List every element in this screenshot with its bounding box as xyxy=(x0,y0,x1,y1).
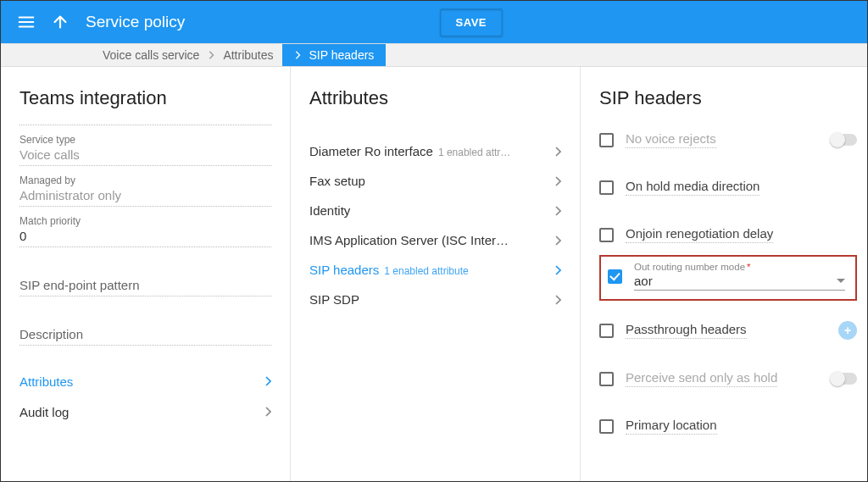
opt-label: No voice rejects xyxy=(626,131,716,148)
opt-on-hold-media: On hold media direction xyxy=(599,172,857,199)
chevron-right-icon xyxy=(264,376,271,386)
service-type-label: Service type xyxy=(19,134,271,146)
attr-sublabel: 1 enabled attr… xyxy=(438,147,510,158)
up-icon[interactable] xyxy=(43,5,77,39)
match-priority-label: Match priority xyxy=(19,215,271,227)
attr-sip-headers[interactable]: SIP headers1 enabled attribute xyxy=(309,255,561,285)
out-routing-select[interactable]: aor xyxy=(634,272,845,291)
breadcrumb-label: SIP headers xyxy=(309,48,375,62)
breadcrumb-label: Voice calls service xyxy=(103,48,199,62)
opt-primary-location: Primary location xyxy=(599,411,857,438)
opt-no-voice-rejects: No voice rejects xyxy=(599,125,857,152)
attr-label: Diameter Ro interface xyxy=(309,144,433,158)
managed-by-value: Administrator only xyxy=(19,188,271,202)
out-routing-label: Out routing number mode* xyxy=(634,262,845,272)
chevron-right-icon xyxy=(554,147,561,157)
opt-label: Onjoin renegotiation delay xyxy=(626,226,773,243)
chevron-right-icon xyxy=(554,206,561,216)
endpoint-label: SIP end-point pattern xyxy=(19,278,140,292)
checkbox[interactable] xyxy=(599,419,614,434)
checkbox[interactable] xyxy=(608,269,622,284)
toggle[interactable] xyxy=(832,134,857,146)
save-button[interactable]: SAVE xyxy=(440,8,503,36)
breadcrumb: Voice calls service Attributes SIP heade… xyxy=(1,43,867,67)
chevron-right-icon xyxy=(554,295,561,305)
checkbox[interactable] xyxy=(599,133,614,147)
chevron-right-icon xyxy=(554,176,561,186)
attr-fax-setup[interactable]: Fax setup xyxy=(309,166,561,196)
nav-label: Attributes xyxy=(19,374,73,389)
nav-label: Audit log xyxy=(19,405,69,419)
chevron-down-icon xyxy=(837,279,845,283)
attr-label: IMS Application Server (ISC Inter… xyxy=(309,233,509,247)
attr-sublabel: 1 enabled attribute xyxy=(384,265,468,277)
attr-sip-sdp[interactable]: SIP SDP xyxy=(309,285,561,314)
chevron-right-icon xyxy=(208,48,214,62)
select-value: aor xyxy=(634,274,653,288)
breadcrumb-attributes[interactable]: Attributes xyxy=(214,44,281,66)
description-label: Description xyxy=(19,327,83,341)
breadcrumb-voice-calls[interactable]: Voice calls service xyxy=(94,44,208,66)
attr-label: Identity xyxy=(309,203,350,218)
attr-diameter-ro[interactable]: Diameter Ro interface1 enabled attr… xyxy=(309,136,561,166)
attributes-heading: Attributes xyxy=(309,87,561,109)
toggle[interactable] xyxy=(832,373,857,385)
chevron-right-icon xyxy=(264,407,271,417)
menu-icon[interactable] xyxy=(9,5,43,39)
checkbox[interactable] xyxy=(599,324,614,338)
chevron-right-icon xyxy=(554,265,561,275)
opt-perceive-hold: Perceive send only as hold xyxy=(599,363,857,391)
nav-audit-log[interactable]: Audit log xyxy=(19,396,271,427)
match-priority-value: 0 xyxy=(19,229,271,243)
chevron-right-icon xyxy=(294,48,301,62)
attr-label: Fax setup xyxy=(309,174,365,188)
attr-identity[interactable]: Identity xyxy=(309,196,561,225)
service-type-value: Voice calls xyxy=(19,147,271,162)
opt-onjoin-renegotiation: Onjoin renegotiation delay xyxy=(599,219,857,247)
attr-ims-app-server[interactable]: IMS Application Server (ISC Inter… xyxy=(309,225,561,255)
attr-label: SIP headers xyxy=(309,263,379,277)
attr-label: SIP SDP xyxy=(309,292,359,307)
left-heading: Teams integration xyxy=(19,87,271,109)
app-bar: Service policy SAVE xyxy=(1,1,867,43)
breadcrumb-label: Attributes xyxy=(223,48,273,62)
breadcrumb-sip-headers[interactable]: SIP headers xyxy=(282,44,387,66)
add-icon[interactable]: + xyxy=(838,321,857,340)
checkbox[interactable] xyxy=(599,228,614,242)
opt-label: Perceive send only as hold xyxy=(626,370,777,387)
checkbox[interactable] xyxy=(599,180,614,195)
sip-headers-panel: SIP headers No voice rejects On hold med… xyxy=(581,67,867,481)
left-panel: Teams integration Service type Voice cal… xyxy=(1,67,291,481)
sip-headers-heading: SIP headers xyxy=(599,87,857,109)
chevron-right-icon xyxy=(554,235,561,246)
checkbox[interactable] xyxy=(599,372,614,386)
opt-label: Passthrough headers xyxy=(626,322,747,339)
opt-label: Primary location xyxy=(626,418,717,435)
page-title: Service policy xyxy=(86,13,185,31)
managed-by-label: Managed by xyxy=(19,175,271,186)
out-routing-highlight: Out routing number mode* aor xyxy=(599,255,857,301)
opt-label: On hold media direction xyxy=(626,179,760,196)
nav-attributes[interactable]: Attributes xyxy=(19,366,271,396)
attributes-panel: Attributes Diameter Ro interface1 enable… xyxy=(291,67,581,481)
opt-passthrough-headers: Passthrough headers + xyxy=(599,314,857,343)
